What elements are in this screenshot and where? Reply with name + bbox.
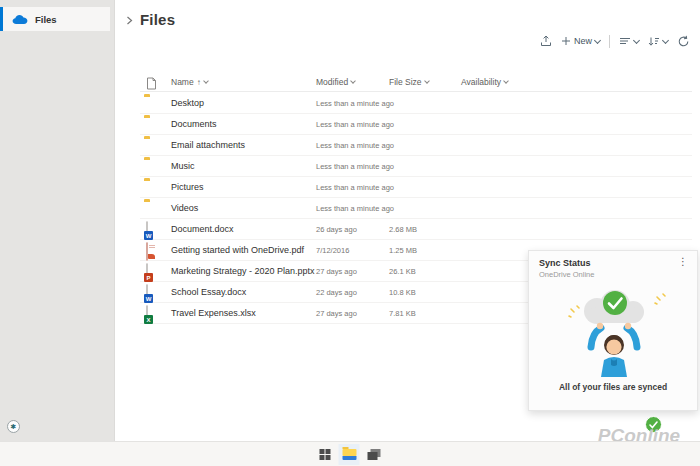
file-row[interactable]: Videos Less than a minute ago — [140, 198, 692, 219]
new-button[interactable]: New — [561, 36, 600, 46]
folder-icon — [144, 138, 159, 152]
file-name[interactable]: Documents — [171, 119, 217, 129]
folder-icon — [144, 159, 159, 173]
file-row[interactable]: Desktop Less than a minute ago — [140, 93, 692, 114]
file-row[interactable]: Pictures Less than a minute ago — [140, 177, 692, 198]
file-size: 2.68 MB — [389, 225, 417, 234]
chevron-down-icon — [662, 36, 669, 43]
powerpoint-icon: P — [144, 264, 159, 278]
sync-complete-check-icon[interactable] — [645, 416, 662, 433]
command-toolbar: New — [540, 32, 690, 50]
column-header-filesize[interactable]: File Size — [389, 77, 429, 87]
sync-panel-subtitle: OneDrive Online — [539, 270, 594, 279]
sidebar-item-label: Files — [35, 14, 57, 25]
file-modified: Less than a minute ago — [316, 141, 394, 150]
file-name[interactable]: Music — [171, 161, 195, 171]
file-modified: 26 days ago — [316, 225, 357, 234]
file-size: 26.1 KB — [389, 267, 416, 276]
sort-icon — [648, 36, 660, 47]
toolbar-divider — [609, 35, 610, 48]
taskbar — [0, 441, 700, 466]
upload-icon — [540, 35, 552, 47]
refresh-icon — [677, 35, 690, 48]
word-icon: W — [144, 222, 159, 236]
file-explorer-taskbar-button[interactable] — [339, 444, 360, 465]
file-modified: 7/12/2016 — [316, 246, 349, 255]
file-name[interactable]: Document.docx — [171, 224, 234, 234]
table-header: Name ↑ Modified File Size Availability — [140, 74, 692, 92]
file-size: 10.8 KB — [389, 288, 416, 297]
upload-button[interactable] — [540, 35, 552, 47]
pdf-icon — [144, 243, 159, 257]
file-modified: Less than a minute ago — [316, 204, 394, 213]
file-row[interactable]: Email attachments Less than a minute ago — [140, 135, 692, 156]
sidebar: Files ✱ — [0, 0, 115, 441]
new-button-label: New — [574, 36, 592, 46]
plus-icon — [561, 36, 571, 46]
file-modified: Less than a minute ago — [316, 183, 394, 192]
file-modified: Less than a minute ago — [316, 99, 394, 108]
folder-icon — [144, 117, 159, 131]
folder-icon — [144, 96, 159, 110]
file-modified: 27 days ago — [316, 309, 357, 318]
window-stack-icon[interactable] — [368, 449, 381, 460]
column-header-name[interactable]: Name ↑ — [171, 77, 208, 87]
chevron-down-icon — [203, 78, 209, 84]
chevron-down-icon — [594, 36, 601, 43]
list-view-icon — [619, 36, 631, 46]
column-header-availability[interactable]: Availability — [461, 77, 508, 87]
document-select-icon[interactable] — [146, 77, 157, 90]
sync-status-message: All of your files are synced — [529, 382, 697, 392]
folder-icon — [144, 201, 159, 215]
file-name[interactable]: Videos — [171, 203, 198, 213]
refresh-button[interactable] — [677, 35, 690, 48]
chevron-down-icon — [350, 78, 356, 84]
file-modified: 27 days ago — [316, 267, 357, 276]
file-modified: Less than a minute ago — [316, 120, 394, 129]
word-icon: W — [144, 285, 159, 299]
file-name[interactable]: Marketing Strategy - 2020 Plan.pptx — [171, 266, 315, 276]
chevron-down-icon — [424, 78, 430, 84]
file-name[interactable]: Travel Expenses.xlsx — [171, 308, 256, 318]
file-row[interactable]: W Document.docx 26 days ago 2.68 MB — [140, 219, 692, 240]
file-name[interactable]: School Essay.docx — [171, 287, 246, 297]
sync-panel-title: Sync Status — [539, 258, 591, 268]
file-modified: Less than a minute ago — [316, 162, 394, 171]
file-size: 7.81 KB — [389, 309, 416, 318]
onedrive-window: Files ✱ Files New — [0, 0, 700, 466]
file-name[interactable]: Getting started with OneDrive.pdf — [171, 245, 304, 255]
sync-success-illustration — [539, 285, 689, 379]
file-row[interactable]: Music Less than a minute ago — [140, 156, 692, 177]
view-options-button[interactable] — [619, 36, 639, 46]
sort-ascending-icon: ↑ — [197, 78, 201, 87]
onedrive-cloud-icon — [12, 14, 28, 25]
file-explorer-icon — [342, 449, 356, 460]
file-name[interactable]: Desktop — [171, 98, 204, 108]
file-row[interactable]: Documents Less than a minute ago — [140, 114, 692, 135]
chevron-down-icon — [503, 78, 509, 84]
file-size: 1.25 MB — [389, 246, 417, 255]
windows-start-icon[interactable] — [320, 449, 331, 460]
sidebar-item-files[interactable]: Files — [0, 7, 110, 31]
file-modified: 22 days ago — [316, 288, 357, 297]
excel-icon: X — [144, 306, 159, 320]
chevron-down-icon — [633, 36, 640, 43]
page-title: Files — [140, 11, 175, 28]
breadcrumb-chevron-icon[interactable] — [126, 16, 133, 25]
file-name[interactable]: Email attachments — [171, 140, 245, 150]
folder-icon — [144, 180, 159, 194]
file-name[interactable]: Pictures — [171, 182, 204, 192]
column-header-modified[interactable]: Modified — [316, 77, 355, 87]
sync-status-panel: Sync Status OneDrive Online ⋮ — [528, 250, 698, 411]
sort-button[interactable] — [648, 36, 668, 47]
settings-gear-icon[interactable]: ✱ — [7, 420, 20, 433]
more-options-icon[interactable]: ⋮ — [678, 257, 688, 267]
